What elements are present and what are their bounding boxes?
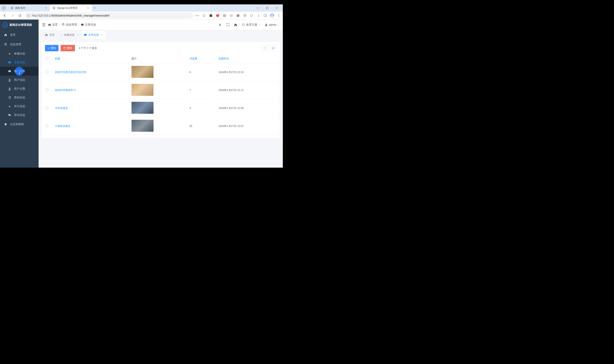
sidebar-item-ratings[interactable]: ★ 评分信息 <box>0 102 39 111</box>
select-all-checkbox[interactable] <box>45 57 48 60</box>
fullscreen-button[interactable] <box>226 23 229 26</box>
home-button[interactable] <box>234 23 237 26</box>
breadcrumb-separator: / <box>79 23 79 26</box>
sidebar-item-auth[interactable]: 认证和授权 ⌄ <box>0 119 39 129</box>
delete-button[interactable]: 删除 <box>61 45 75 51</box>
refresh-button[interactable] <box>261 45 268 51</box>
svg-point-21 <box>279 16 279 17</box>
add-button[interactable]: + 增加 <box>45 45 58 51</box>
breadcrumb-item[interactable]: 首页 <box>48 23 58 26</box>
close-icon[interactable]: × <box>86 6 90 10</box>
extension-icon[interactable] <box>236 13 240 18</box>
row-title-link[interactable]: 计算机发展史 <box>52 117 128 135</box>
row-checkbox[interactable] <box>45 106 48 109</box>
forward-button[interactable] <box>10 13 15 18</box>
tab-articles[interactable]: 文章信息 × <box>81 31 105 39</box>
book-icon <box>8 70 11 72</box>
plus-icon: + <box>48 47 49 50</box>
bookmark-star-icon[interactable] <box>202 13 206 18</box>
browser-tab[interactable]: Django 站点管理员 × <box>50 5 92 11</box>
svg-point-23 <box>9 79 10 80</box>
minimize-button[interactable] <box>255 5 260 11</box>
menu-toggle-button[interactable] <box>42 23 45 26</box>
app-title: 新闻后台管理系统 <box>10 23 32 27</box>
font-button[interactable]: A <box>218 23 222 26</box>
close-icon[interactable]: × <box>44 6 48 10</box>
svg-rect-16 <box>264 14 267 17</box>
browser-tab[interactable]: 新闻 首页 × <box>8 5 50 11</box>
col-title[interactable]: 标题 <box>52 54 128 63</box>
extension-icon[interactable] <box>229 13 233 18</box>
profile-avatar-icon[interactable] <box>270 13 274 18</box>
sidebar-item-favorites[interactable]: ★ 收藏信息 <box>0 49 39 58</box>
row-created: 2024年1月27日 22:07 <box>215 117 279 135</box>
breadcrumb-item: 文章信息 <box>81 23 96 26</box>
maximize-button[interactable] <box>265 5 270 11</box>
globe-icon <box>52 6 56 10</box>
theme-button[interactable]: 改变主题 <box>242 23 260 26</box>
close-tab-icon[interactable]: × <box>77 34 78 36</box>
sidebar-item-users[interactable]: 用户信息 <box>0 76 39 84</box>
col-views[interactable]: 浏览量 <box>186 54 215 63</box>
expand-button[interactable] <box>270 45 276 51</box>
row-checkbox[interactable] <box>45 70 48 73</box>
extension-icon[interactable]: | <box>256 13 260 18</box>
tab-search-dropdown[interactable] <box>1 5 6 11</box>
row-title-link[interactable]: 如何科学规划学习 <box>52 81 128 99</box>
sidebar-item-categories[interactable]: 类别信息 <box>0 93 39 102</box>
close-window-button[interactable] <box>274 5 280 11</box>
sidebar-item-articles[interactable]: 文章信息 <box>0 58 39 67</box>
sidebar-item-info-manage[interactable]: 信息管理 ⌃ <box>0 40 39 49</box>
col-created[interactable]: 创建时间 <box>215 54 279 63</box>
svg-point-13 <box>237 14 239 17</box>
svg-point-20 <box>279 15 279 16</box>
breadcrumb-item[interactable]: 信息管理 <box>62 23 77 26</box>
book-icon <box>8 61 11 64</box>
list-icon <box>8 96 11 99</box>
back-button[interactable] <box>2 13 8 18</box>
extensions-puzzle-icon[interactable] <box>250 13 254 18</box>
svg-point-14 <box>237 15 238 15</box>
extension-icon[interactable] <box>243 13 247 18</box>
sidebar-header: ∞ 新闻后台管理系统 <box>0 20 39 30</box>
sidebar-item-home[interactable]: 首页 <box>0 30 39 40</box>
user-icon <box>265 23 268 26</box>
new-tab-button[interactable]: + <box>92 5 98 11</box>
home-icon <box>45 34 48 36</box>
row-checkbox[interactable] <box>45 88 48 91</box>
row-title-link[interactable]: 孙悟空在西天取经中的作用 <box>52 64 128 81</box>
sidebar-item-comments[interactable]: 评论信息 <box>0 111 39 119</box>
svg-point-4 <box>196 15 197 16</box>
svg-point-11 <box>230 14 233 17</box>
tab-home[interactable]: 首页 <box>42 31 57 39</box>
svg-point-12 <box>231 15 232 16</box>
menu-dots-icon[interactable] <box>277 13 281 18</box>
close-tab-icon[interactable]: × <box>101 34 102 36</box>
database-icon <box>4 43 7 46</box>
svg-rect-6 <box>210 15 211 15</box>
trash-icon <box>63 47 66 50</box>
sidebar-item-label: 用户信息 <box>14 78 25 82</box>
row-thumbnail <box>131 120 154 132</box>
extension-icon[interactable] <box>209 13 213 18</box>
svg-text:A: A <box>219 23 221 26</box>
topbar: 首页 / 信息管理 / 文章信息 A 改变主题 <box>39 20 283 30</box>
extension-icon[interactable] <box>223 13 226 18</box>
row-title-link[interactable]: 汽车发展史 <box>52 99 128 117</box>
row-checkbox[interactable] <box>45 124 48 127</box>
sidebar-item-likes[interactable]: 用户点赞 <box>0 84 39 93</box>
sidebar-item-label: 评论信息 <box>14 113 25 117</box>
url-input[interactable]: http://127.0.0.1:8000/admin/#/admin/info… <box>25 13 193 19</box>
svg-point-15 <box>238 15 239 15</box>
globe-icon <box>10 6 14 10</box>
row-created: 2024年1月27日 22:15 <box>215 64 279 81</box>
reload-button[interactable] <box>17 13 23 18</box>
password-key-icon[interactable] <box>195 13 199 18</box>
tab-favorites[interactable]: ☆ 收藏信息 × <box>57 31 81 39</box>
svg-point-18 <box>271 14 273 16</box>
user-menu[interactable]: admin <box>265 23 279 26</box>
extension-icon[interactable] <box>216 13 220 18</box>
sidebar-item-hot-articles[interactable]: 热门文章 <box>0 67 39 76</box>
svg-point-25 <box>62 24 64 24</box>
sidepanel-icon[interactable] <box>263 13 267 18</box>
